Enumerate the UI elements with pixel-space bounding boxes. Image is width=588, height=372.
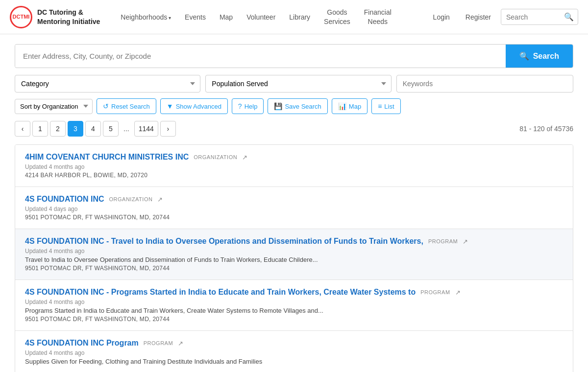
nav-item-library[interactable]: Library [283,9,316,25]
external-link-icon[interactable]: ↗ [455,289,461,296]
list-view-button[interactable]: ≡ List [371,98,400,114]
result-desc: Programs Started in India to Educate and… [25,307,563,314]
result-meta: Updated 4 months ago [25,163,563,170]
result-item: 4S FOUNDATION INC - Travel to India to O… [15,229,573,280]
show-advanced-button[interactable]: ▼ Show Advanced [160,98,228,114]
external-link-icon[interactable]: ↗ [463,238,468,245]
nav-item-map[interactable]: Map [214,9,239,25]
search-bar: 🔍 Search [15,44,573,68]
search-icon: 🔍 [519,51,529,61]
page-1-button[interactable]: 1 [32,121,48,137]
brand-name: DC Tutoring & Mentoring Initiative [37,8,100,25]
page-2-button[interactable]: 2 [50,121,66,137]
logo-icon: DCTMI [10,6,32,28]
result-meta: Updated 4 months ago [25,349,563,356]
category-select[interactable]: Category Education Health Housing Food E… [15,75,200,93]
reset-icon: ↺ [103,102,109,110]
pagination-row: ‹ 1 2 3 4 5 ... 1144 › 81 - 120 of 45736 [15,121,573,137]
result-item: 4S FOUNDATION INC ORGANIZATION ↗ Updated… [15,187,573,229]
map-label: Map [349,103,361,110]
result-title[interactable]: 4S FOUNDATION INC - Travel to India to O… [25,237,423,246]
population-select[interactable]: Population Served Children Adults Senior… [205,75,391,93]
page-4-button[interactable]: 4 [85,121,101,137]
result-title-row: 4S FOUNDATION INC Program PROGRAM ↗ [25,339,563,348]
save-icon: 💾 [274,102,282,110]
result-address: 9501 POTOMAC DR, FT WASHINGTON, MD, 2074… [25,316,563,323]
list-label: List [384,103,394,110]
result-count: 81 - 120 of 45736 [519,125,573,133]
toolbar-row: Sort by Organization Sort by Name Sort b… [15,98,573,114]
result-badge: ORGANIZATION [194,154,237,160]
external-link-icon[interactable]: ↗ [178,340,183,347]
external-link-icon[interactable]: ↗ [157,196,163,203]
advanced-icon: ▼ [167,102,173,110]
nav-register[interactable]: Register [460,9,497,25]
brand-name-line2: Mentoring Initiative [37,18,100,25]
result-badge: ORGANIZATION [109,196,152,202]
navbar: DCTMI DC Tutoring & Mentoring Initiative… [0,0,588,34]
nav-item-volunteer[interactable]: Volunteer [241,9,281,25]
result-item: 4S FOUNDATION INC Program PROGRAM ↗ Upda… [15,331,573,372]
result-title-row: 4S FOUNDATION INC - Travel to India to O… [25,237,563,246]
nav-search-button[interactable]: 🔍 [560,9,578,24]
result-title-row: 4S FOUNDATION INC ORGANIZATION ↗ [25,195,563,204]
nav-links: Neighborhoods Events Map Volunteer Libra… [115,4,427,29]
result-desc: Travel to India to Oversee Operations an… [25,256,563,263]
nav-right: Login Register 🔍 [427,9,578,25]
last-page-button[interactable]: 1144 [134,121,158,137]
page-5-button[interactable]: 5 [103,121,119,137]
nav-item-events[interactable]: Events [179,9,212,25]
result-title[interactable]: 4HIM COVENANT CHURCH MINISTRIES INC [25,153,189,162]
advanced-label: Show Advanced [176,103,221,110]
filters-row: Category Education Health Housing Food E… [15,75,573,93]
pagination-ellipsis: ... [121,125,132,133]
external-link-icon[interactable]: ↗ [242,154,247,161]
result-title-row: 4HIM COVENANT CHURCH MINISTRIES INC ORGA… [25,153,563,162]
result-meta: Updated 4 months ago [25,299,563,305]
page-3-button[interactable]: 3 [68,121,83,137]
reset-search-button[interactable]: ↺ Reset Search [97,98,156,114]
save-search-button[interactable]: 💾 Save Search [268,98,327,114]
save-label: Save Search [285,103,321,110]
nav-item-goods[interactable]: GoodsServices [318,4,356,29]
result-title[interactable]: 4S FOUNDATION INC [25,195,104,204]
nav-search-wrapper: 🔍 [501,9,578,25]
prev-page-button[interactable]: ‹ [15,121,30,137]
help-button[interactable]: ? Help [232,98,264,114]
address-search-input[interactable] [15,45,506,67]
nav-item-neighborhoods[interactable]: Neighborhoods [115,9,177,25]
result-meta: Updated 4 days ago [25,206,563,212]
result-title-row: 4S FOUNDATION INC - Programs Started in … [25,288,563,297]
nav-search-input[interactable] [501,10,560,24]
result-badge: PROGRAM [144,340,173,346]
reset-label: Reset Search [111,103,150,110]
sort-select[interactable]: Sort by Organization Sort by Name Sort b… [15,99,93,114]
result-meta: Updated 4 months ago [25,248,563,255]
main-content: 🔍 Search Category Education Health Housi… [5,34,583,372]
search-button-label: Search [533,52,559,61]
logo-text: DCTMI [13,14,30,20]
result-title[interactable]: 4S FOUNDATION INC Program [25,339,139,348]
nav-login[interactable]: Login [427,9,456,25]
brand-name-line1: DC Tutoring & [37,8,83,16]
keywords-input[interactable] [396,75,573,93]
next-page-button[interactable]: › [160,121,176,137]
nav-item-financial[interactable]: FinancialNeeds [358,4,397,29]
list-icon: ≡ [378,102,382,110]
result-item: 4HIM COVENANT CHURCH MINISTRIES INC ORGA… [15,145,573,187]
result-address: 9501 POTOMAC DR, FT WASHINGTON, MD, 2074… [25,265,563,272]
help-label: Help [245,103,258,110]
result-badge: PROGRAM [428,238,458,244]
result-title[interactable]: 4S FOUNDATION INC - Programs Started in … [25,288,416,297]
result-item: 4S FOUNDATION INC - Programs Started in … [15,280,573,331]
search-button[interactable]: 🔍 Search [506,45,573,68]
logo-link[interactable]: DCTMI DC Tutoring & Mentoring Initiative [10,6,100,28]
result-address: 9501 POTOMAC DR, FT WASHINGTON, MD, 2074… [25,214,563,221]
result-desc: Supplies Given for Feeding, Clothing and… [25,358,563,365]
map-view-button[interactable]: 📊 Map [332,98,368,114]
map-icon: 📊 [338,102,346,110]
result-address: 4214 BAR HARBOR PL, BOWIE, MD, 20720 [25,172,563,179]
help-icon: ? [238,102,242,110]
results-container: 4HIM COVENANT CHURCH MINISTRIES INC ORGA… [15,144,573,372]
result-badge: PROGRAM [420,289,450,295]
